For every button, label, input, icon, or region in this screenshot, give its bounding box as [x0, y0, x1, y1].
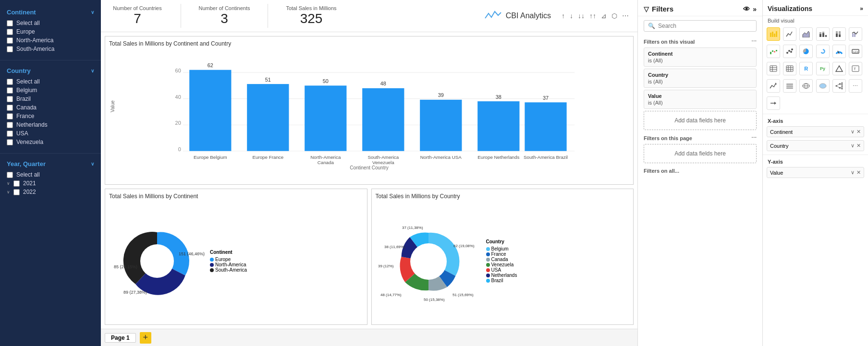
filter-search-input[interactable] [658, 23, 752, 29]
viz-icon-kpi[interactable] [767, 79, 780, 93]
sort-asc-icon[interactable]: ↑ [561, 11, 566, 21]
viz-icon-python[interactable]: Py [816, 62, 830, 75]
viz-icon-map[interactable] [799, 79, 813, 93]
country-usa[interactable]: USA [7, 129, 94, 138]
bar-europe-netherlands[interactable] [477, 101, 519, 151]
filter-icon[interactable]: ⊿ [600, 11, 608, 21]
continent-select-all[interactable]: Select all [7, 19, 94, 27]
svg-text:123: 123 [853, 50, 858, 53]
year-2021-checkbox[interactable] [13, 180, 20, 187]
country-group-header[interactable]: Country ∨ [7, 67, 94, 74]
bar-northamerica-canada[interactable] [305, 85, 346, 151]
country-canada-checkbox[interactable] [7, 105, 13, 111]
continent-south-america-checkbox[interactable] [7, 46, 13, 52]
svg-point-24 [140, 244, 174, 278]
viz-yaxis-value-remove-icon[interactable]: ✕ [856, 169, 861, 176]
year-2022[interactable]: ∨ 2022 [7, 188, 94, 196]
viz-panel: Visualizations » Build visual [762, 0, 868, 346]
viz-icon-r[interactable]: R [799, 62, 813, 75]
country-brazil[interactable]: Brazil [7, 95, 94, 103]
viz-icon-gauge[interactable] [832, 45, 846, 58]
more-icon[interactable]: ⋯ [621, 11, 630, 21]
year-group-header[interactable]: Year, Quarter ∨ [7, 160, 94, 167]
viz-icon-stackedbar[interactable] [816, 27, 830, 41]
continent-europe[interactable]: Europe [7, 27, 94, 36]
sort-desc-icon[interactable]: ↓ [569, 11, 574, 21]
export-icon[interactable]: ⬡ [611, 11, 618, 21]
viz-icon-piechart[interactable] [799, 45, 813, 58]
viz-icon-decomp[interactable] [832, 79, 846, 93]
viz-expand-icon[interactable]: » [860, 5, 863, 12]
continent-europe-checkbox[interactable] [7, 29, 13, 35]
filter-country-card[interactable]: Country is (All) [644, 69, 757, 88]
country-france-checkbox[interactable] [7, 113, 13, 119]
bar-southamerica-brazil[interactable] [525, 102, 566, 151]
country-belgium[interactable]: Belgium [7, 86, 94, 95]
sort-multi-desc-icon[interactable]: ↓↓ [577, 11, 586, 21]
viz-xaxis-continent-remove-icon[interactable]: ✕ [856, 129, 861, 135]
viz-icon-barchart[interactable] [767, 27, 780, 41]
viz-icon-donut[interactable] [816, 45, 830, 58]
country-brazil-checkbox[interactable] [7, 96, 13, 102]
filters-page-more-icon[interactable]: ⋯ [751, 135, 757, 141]
country-venezuela-checkbox[interactable] [7, 139, 13, 145]
country-select-all-checkbox[interactable] [7, 79, 13, 85]
bar-europe-belgium[interactable] [189, 70, 231, 151]
viz-build-label: Build visual [763, 16, 868, 25]
country-select-all[interactable]: Select all [7, 77, 94, 86]
viz-icon-scatter[interactable] [783, 45, 796, 58]
viz-icon-linechart[interactable] [783, 27, 796, 41]
viz-icon-filled-map[interactable] [816, 79, 830, 93]
filters-eye-icon[interactable]: 👁 [743, 5, 750, 13]
filter-continent-card[interactable]: Continent is (All) [644, 48, 757, 67]
kpi-continents: Number of Continents 3 [196, 5, 253, 26]
page-1-tab[interactable]: Page 1 [105, 333, 136, 343]
bar-northamerica-usa[interactable] [420, 100, 462, 151]
year-2021[interactable]: ∨ 2021 [7, 179, 94, 188]
viz-icon-100stackedbar[interactable] [832, 27, 846, 41]
viz-icon-card[interactable]: 123 [849, 45, 862, 58]
viz-xaxis-country-dropdown-icon[interactable]: ∨ [851, 143, 855, 149]
country-usa-checkbox[interactable] [7, 131, 13, 137]
filter-value-card[interactable]: Value is (All) [644, 90, 757, 109]
viz-icon-arrow[interactable] [767, 96, 780, 110]
filters-visual-more-icon[interactable]: ⋯ [751, 38, 757, 45]
continent-group-header[interactable]: Continent ∨ [7, 9, 94, 16]
viz-xaxis-continent-dropdown-icon[interactable]: ∨ [851, 129, 855, 135]
viz-icon-matrix[interactable] [783, 62, 796, 75]
viz-yaxis-value-dropdown-icon[interactable]: ∨ [851, 169, 855, 176]
country-venezuela[interactable]: Venezuela [7, 138, 94, 146]
filters-expand-icon[interactable]: » [753, 5, 757, 13]
viz-icon-shape[interactable] [832, 62, 846, 75]
country-canada[interactable]: Canada [7, 103, 94, 112]
add-data-page-button[interactable]: Add data fields here [644, 144, 757, 163]
continent-north-america-checkbox[interactable] [7, 37, 13, 44]
year-select-all[interactable]: Select all [7, 170, 94, 179]
add-page-button[interactable]: + [140, 332, 151, 344]
viz-icon-more[interactable]: ⋯ [849, 79, 862, 93]
country-belgium-checkbox[interactable] [7, 87, 13, 94]
year-2022-checkbox[interactable] [13, 189, 20, 195]
viz-icon-textbox[interactable]: T [849, 62, 862, 75]
continent-south-america[interactable]: South-America [7, 45, 94, 53]
bar-europe-france[interactable] [247, 84, 289, 151]
country-usa-label: USA [16, 130, 28, 137]
svg-marker-76 [775, 83, 777, 84]
viz-icon-waterfall[interactable] [767, 45, 780, 58]
viz-icon-areachart[interactable] [799, 27, 813, 41]
continent-select-all-checkbox[interactable] [7, 20, 13, 26]
add-data-visual-button[interactable]: Add data fields here [644, 111, 757, 130]
viz-icon-linechart2[interactable] [849, 27, 862, 41]
bar-southamerica-venezuela[interactable] [362, 88, 404, 151]
filter-search-bar[interactable]: 🔍 [644, 20, 757, 32]
country-france[interactable]: France [7, 112, 94, 120]
viz-icon-slicer[interactable] [783, 79, 796, 93]
sort-multi-asc-icon[interactable]: ↑↑ [588, 11, 597, 21]
viz-xaxis-country-remove-icon[interactable]: ✕ [856, 143, 861, 149]
country-netherlands-checkbox[interactable] [7, 122, 13, 128]
country-netherlands[interactable]: Netherlands [7, 120, 94, 129]
year-select-all-checkbox[interactable] [7, 172, 13, 178]
continent-north-america[interactable]: North-America [7, 36, 94, 45]
toolbar-icons: ↑ ↓ ↓↓ ↑↑ ⊿ ⬡ ⋯ [561, 11, 630, 21]
viz-icon-table[interactable] [767, 62, 780, 75]
